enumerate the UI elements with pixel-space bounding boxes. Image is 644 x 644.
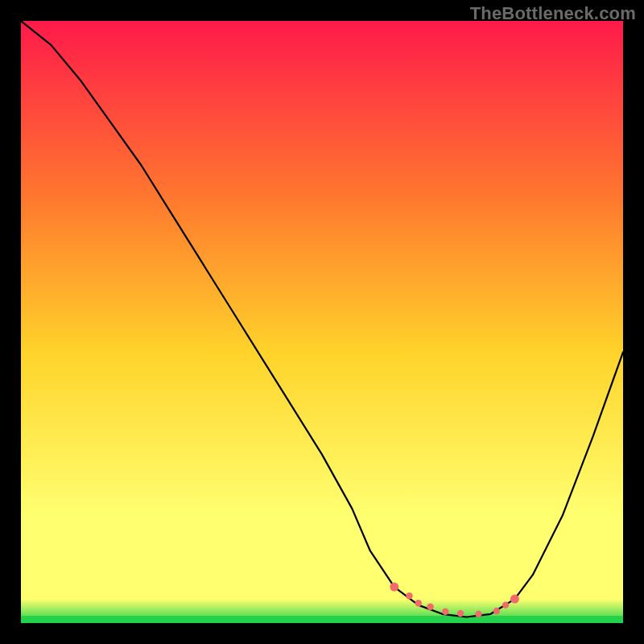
optimal-dot (502, 601, 509, 608)
optimal-dot (415, 600, 422, 606)
optimal-dot (510, 595, 519, 604)
optimal-dot (406, 592, 412, 599)
watermark-text: TheBottleneck.com (470, 3, 636, 24)
optimal-band (21, 616, 623, 623)
chart-svg (21, 21, 623, 623)
plot-area (21, 21, 623, 623)
optimal-dot (457, 610, 464, 617)
gradient-background (21, 21, 623, 623)
optimal-dot (475, 611, 481, 617)
optimal-dot (493, 608, 500, 614)
optimal-dot (427, 604, 433, 610)
optimal-dot (390, 583, 398, 592)
optimal-dot (442, 609, 448, 615)
chart-frame: TheBottleneck.com (0, 0, 644, 644)
